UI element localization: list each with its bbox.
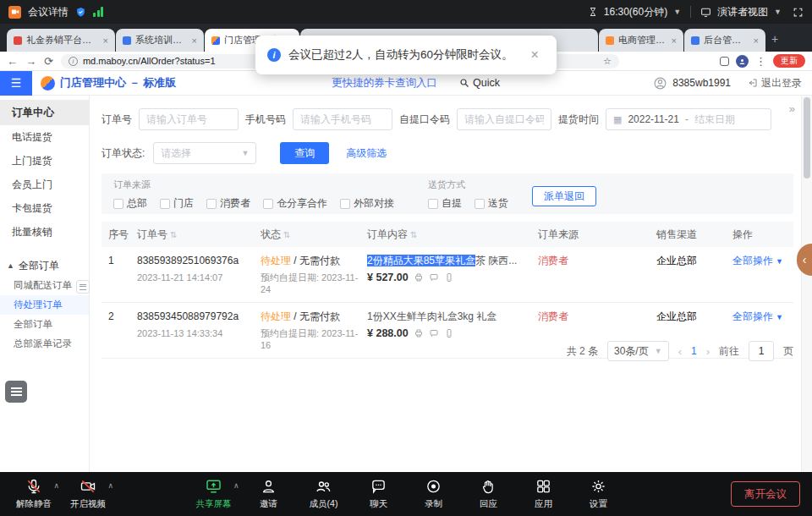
timer-chevron-icon[interactable]: ▼ [673, 8, 681, 16]
apps-button[interactable]: 应用 [522, 477, 566, 510]
checkbox-store[interactable]: 门店 [160, 196, 194, 211]
back-icon[interactable]: ← [7, 55, 18, 68]
reload-icon[interactable]: ⟳ [44, 55, 53, 68]
forward-icon[interactable]: → [25, 55, 36, 68]
sidebar-item-hq-dispatch-records[interactable]: 总部派单记录 [0, 334, 89, 354]
settings-button[interactable]: 设置 [577, 477, 621, 510]
phone-icon[interactable] [444, 272, 454, 283]
tab-close-icon[interactable]: × [754, 36, 759, 46]
extensions-icon[interactable] [720, 57, 729, 66]
phone-input[interactable] [293, 108, 392, 130]
checkbox-consumer[interactable]: 消费者 [206, 196, 250, 211]
tab-close-icon[interactable]: × [672, 36, 677, 46]
sidebar-item-all-orders[interactable]: 全部订单 [0, 315, 89, 334]
checkbox-shared-warehouse[interactable]: 仓分享合作 [263, 196, 327, 211]
caret-up-icon[interactable]: ∧ [53, 481, 59, 490]
quick-entry[interactable]: Quick [459, 77, 500, 89]
sidebar-drag-handle[interactable] [76, 280, 90, 294]
order-status-select[interactable]: 请选择 ▼ [153, 142, 256, 164]
browser-tab[interactable]: 礼金券销平台管理中心 × [7, 29, 115, 52]
message-icon[interactable] [429, 328, 439, 338]
logout-button[interactable]: 退出登录 [748, 76, 802, 91]
browser-tab[interactable]: 电商管理中心 × [599, 29, 683, 52]
checkbox-self-pickup[interactable]: 自提 [428, 196, 462, 211]
date-end-placeholder[interactable]: 结束日期 [694, 113, 735, 127]
username[interactable]: 8385wb1991 [672, 77, 731, 89]
view-mode-chevron-icon[interactable]: ▼ [774, 8, 782, 16]
reactions-button[interactable]: 回应 [467, 477, 511, 510]
floating-list-button[interactable] [5, 381, 27, 403]
sidebar-section-order-center[interactable]: 订单中心 [0, 100, 89, 125]
meeting-details-button[interactable]: 会议详情 [28, 5, 69, 19]
sidebar-group-all-orders[interactable]: ▲ 全部订单 [0, 255, 89, 276]
checkbox-icon[interactable] [340, 199, 350, 209]
col-status[interactable]: 状态⇅ [261, 228, 367, 242]
record-button[interactable]: 录制 [412, 477, 456, 510]
browser-tab[interactable]: 后台管理系统 × [684, 29, 765, 52]
checkbox-delivery[interactable]: 送货 [475, 196, 508, 211]
goto-page-input[interactable]: 1 [749, 341, 774, 361]
browser-menu-kebab-icon[interactable]: ⋮ [755, 55, 766, 68]
start-video-button[interactable]: 开启视频 ∧ [66, 477, 110, 510]
sidebar-item-member-visit[interactable]: 会员上门 [0, 173, 89, 196]
sidebar-toggle-button[interactable]: ☰ [0, 71, 32, 96]
checkbox-hq[interactable]: 总部 [113, 196, 147, 211]
search-button[interactable]: 查询 [280, 142, 329, 164]
col-content[interactable]: 订单内容⇅ [367, 228, 538, 242]
toast-close-icon[interactable]: × [531, 47, 539, 63]
checkbox-external[interactable]: 外部对接 [340, 196, 394, 211]
scrollbar-thumb[interactable] [804, 97, 810, 178]
view-mode-button[interactable]: 演讲者视图 [717, 5, 768, 19]
advanced-filter-link[interactable]: 高级筛选 [346, 146, 387, 161]
row-actions-dropdown[interactable]: 全部操作 ▼ [732, 310, 793, 324]
tab-label: 后台管理系统 [704, 34, 749, 47]
collapse-panel-icon[interactable]: » [789, 102, 795, 115]
date-range-picker[interactable]: ▦ 2022-11-21 - 结束日期 [606, 108, 771, 130]
prev-page-icon[interactable]: ‹ [678, 345, 682, 358]
order-no-input[interactable] [139, 108, 239, 130]
scrollbar-track[interactable] [801, 96, 812, 472]
page-size-select[interactable]: 30条/页 ▼ [607, 341, 669, 361]
tab-close-icon[interactable]: × [103, 36, 108, 46]
phone-icon[interactable] [444, 328, 454, 338]
sidebar-item-pending-orders[interactable]: 待处理订单 [0, 295, 89, 315]
date-start-value[interactable]: 2022-11-21 [628, 113, 679, 125]
next-page-icon[interactable]: › [706, 345, 710, 358]
invite-button[interactable]: 邀请 [247, 477, 291, 510]
browser-tab[interactable]: 系统培训学习 × [116, 29, 204, 52]
caret-up-icon[interactable]: ∧ [233, 481, 239, 490]
print-icon[interactable] [414, 272, 424, 283]
current-page[interactable]: 1 [691, 345, 697, 357]
chat-button[interactable]: 聊天 [357, 477, 401, 510]
unmute-button[interactable]: 解除静音 ∧ [12, 477, 56, 510]
checkbox-icon[interactable] [113, 199, 123, 209]
sidebar-item-card-pickup[interactable]: 卡包提货 [0, 196, 89, 220]
fullscreen-icon[interactable] [793, 7, 804, 18]
checkbox-icon[interactable] [475, 199, 485, 209]
message-icon[interactable] [429, 272, 439, 283]
row-actions-dropdown[interactable]: 全部操作 ▼ [732, 254, 793, 268]
checkbox-icon[interactable] [206, 199, 217, 209]
share-screen-button[interactable]: 共享屏幕 ∧ [192, 477, 236, 510]
browser-update-button[interactable]: 更新 [773, 54, 805, 68]
sidebar-item-batch-verify[interactable]: 批量核销 [0, 220, 89, 244]
members-button[interactable]: 成员(4) [302, 477, 346, 510]
coupon-query-link[interactable]: 更快捷的券卡查询入口 [332, 76, 437, 91]
sidebar-item-phone-pickup[interactable]: 电话提货 [0, 125, 89, 149]
caret-up-icon[interactable]: ∧ [107, 481, 113, 490]
browser-profile-avatar[interactable] [736, 55, 749, 68]
leave-meeting-button[interactable]: 离开会议 [731, 481, 800, 507]
checkbox-icon[interactable] [160, 199, 170, 209]
site-info-icon[interactable]: i [69, 57, 78, 66]
meeting-timer[interactable]: 16:30(60分钟) [604, 5, 667, 19]
pickup-code-input[interactable] [457, 108, 551, 130]
new-tab-button[interactable]: + [771, 32, 778, 46]
bookmark-star-icon[interactable]: ☆ [603, 56, 612, 67]
dispatch-return-button[interactable]: 派单退回 [532, 186, 596, 206]
checkbox-icon[interactable] [428, 199, 438, 209]
col-order-no[interactable]: 订单号⇅ [137, 228, 261, 242]
tab-close-icon[interactable]: × [192, 36, 197, 46]
print-icon[interactable] [414, 328, 424, 338]
sidebar-item-door-pickup[interactable]: 上门提货 [0, 149, 89, 173]
checkbox-icon[interactable] [263, 199, 273, 209]
